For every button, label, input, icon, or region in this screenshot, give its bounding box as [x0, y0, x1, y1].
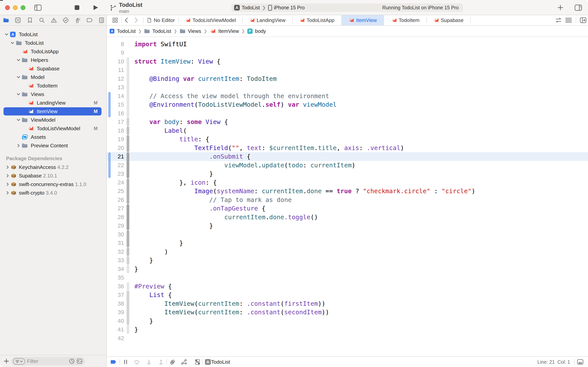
sidebar-item-todolistapp[interactable]: TodoListApp: [0, 47, 107, 56]
recent-files-icon[interactable]: [69, 359, 75, 364]
code-line-17[interactable]: var body: some View {: [134, 118, 228, 126]
code-fold-ribbon[interactable]: [126, 118, 129, 126]
code-fold-ribbon[interactable]: [126, 178, 129, 204]
code-fold-ribbon[interactable]: [126, 247, 129, 256]
disclosure-closed-icon[interactable]: [5, 174, 10, 178]
sidebar-item-model[interactable]: Model: [0, 73, 107, 82]
project-navigator-icon[interactable]: [3, 18, 9, 23]
filter-menu-icon[interactable]: [13, 358, 25, 365]
stop-button[interactable]: [75, 5, 80, 10]
tab-todolistapp[interactable]: TodoListApp: [292, 15, 341, 25]
sidebar-item-preview-content[interactable]: Preview Content: [0, 141, 107, 150]
reports-icon[interactable]: [99, 17, 104, 23]
activity-status-bar[interactable]: A TodoList ❯ iPhone 15 Pro Running TodoL…: [231, 3, 463, 12]
package-item-swift-crypto[interactable]: swift-crypto 3.4.0: [0, 189, 107, 197]
source-changes-icon[interactable]: [15, 17, 21, 23]
code-fold-ribbon[interactable]: [126, 291, 129, 325]
code-line-31[interactable]: }: [134, 239, 183, 247]
zoom-window-button[interactable]: [21, 5, 25, 10]
code-line-27[interactable]: .onTapGesture {: [134, 204, 265, 213]
swap-editor-icon[interactable]: [555, 18, 562, 23]
code-line-41[interactable]: }: [134, 325, 138, 334]
code-line-19[interactable]: title: {: [134, 135, 209, 144]
code-line-20[interactable]: TextField("", text: $currentItem.title, …: [134, 144, 404, 152]
breadcrumb-item-body[interactable]: Pbody: [247, 28, 266, 34]
code-fold-ribbon[interactable]: [126, 135, 129, 152]
sidebar-item-assets[interactable]: Assets: [0, 133, 107, 141]
sidebar-item-todoitem[interactable]: TodoItem: [0, 82, 107, 90]
editor-options-icon[interactable]: [565, 18, 572, 23]
breakpoints-toggle-icon[interactable]: [110, 360, 117, 364]
sidebar-item-helpers[interactable]: Helpers: [0, 56, 107, 64]
bookmarks-icon[interactable]: [28, 17, 32, 23]
toggle-debug-area-icon[interactable]: [577, 359, 583, 365]
code-line-39[interactable]: ItemView(currentItem: .constant(secondIt…: [134, 308, 329, 317]
code-line-18[interactable]: Label(: [134, 126, 187, 135]
breadcrumb-item-itemview[interactable]: ItemView: [210, 28, 239, 34]
tab-itemview[interactable]: ItemView: [341, 15, 384, 25]
disclosure-open-icon[interactable]: [10, 41, 15, 45]
code-line-23[interactable]: }: [134, 169, 213, 178]
code-line-36[interactable]: #Preview {: [134, 282, 172, 291]
sidebar-item-todolistviewmodel[interactable]: TodoListViewModelM: [0, 124, 107, 133]
sidebar-item-supabase[interactable]: Supabase: [0, 64, 107, 73]
sidebar-item-todolist[interactable]: TodoList: [0, 39, 107, 47]
toggle-right-sidebar-icon[interactable]: [575, 5, 582, 11]
tab-supabase[interactable]: Supabase: [427, 15, 470, 25]
code-fold-ribbon[interactable]: [126, 126, 129, 135]
breakpoints-icon[interactable]: [87, 18, 92, 22]
jump-bar[interactable]: ATodoList❯TodoList❯Views❯ItemView❯Pbody: [107, 26, 588, 37]
code-fold-ribbon[interactable]: [126, 230, 129, 247]
toggle-left-sidebar-icon[interactable]: [34, 5, 42, 11]
add-tab-button[interactable]: [557, 5, 563, 10]
code-line-33[interactable]: }: [134, 256, 153, 265]
code-line-40[interactable]: }: [134, 317, 153, 325]
issues-icon[interactable]: [51, 17, 57, 23]
code-line-12[interactable]: @Binding var currentItem: TodoItem: [134, 75, 277, 83]
code-fold-ribbon[interactable]: [126, 204, 129, 230]
tab-todolistviewmodel[interactable]: TodoListViewModel: [178, 15, 242, 25]
code-line-8[interactable]: import SwiftUI: [134, 40, 187, 49]
memory-graph-icon[interactable]: [181, 359, 187, 365]
running-app-label[interactable]: TodoList: [211, 359, 230, 365]
sidebar-item-viewmodel[interactable]: ViewModel: [0, 116, 107, 124]
breadcrumb-item-todolist[interactable]: TodoList: [144, 28, 171, 34]
breadcrumb-item-views[interactable]: Views: [180, 28, 201, 34]
code-line-15[interactable]: @Environment(TodoListViewModel.self) var…: [134, 100, 336, 109]
disclosure-open-icon[interactable]: [16, 75, 21, 79]
disclosure-closed-icon[interactable]: [5, 191, 10, 195]
code-fold-ribbon[interactable]: [126, 325, 129, 334]
view-hierarchy-icon[interactable]: [170, 359, 175, 365]
close-window-button[interactable]: [5, 5, 10, 10]
step-into-icon[interactable]: [147, 359, 151, 365]
minimize-window-button[interactable]: [13, 5, 18, 10]
editor-grid-icon[interactable]: [113, 18, 118, 23]
code-line-37[interactable]: List {: [134, 291, 172, 299]
disclosure-closed-icon[interactable]: [5, 165, 10, 169]
tab-landingview[interactable]: LandingView: [242, 15, 292, 25]
disclosure-closed-icon[interactable]: [5, 182, 10, 186]
code-line-28[interactable]: currentItem.done.toggle(): [134, 213, 318, 222]
disclosure-open-icon[interactable]: [16, 58, 21, 62]
sidebar-item-todolist[interactable]: ATodoList: [0, 30, 107, 39]
code-line-38[interactable]: ItemView(currentItem: .constant(firstIte…: [134, 299, 326, 308]
code-line-14[interactable]: // Access the view model through the env…: [134, 92, 329, 100]
source-editor[interactable]: 78import SwiftUI910struct ItemView: View…: [107, 37, 588, 356]
filter-field[interactable]: Filter: [11, 357, 85, 365]
step-out-icon[interactable]: [159, 359, 163, 365]
code-fold-ribbon[interactable]: [126, 152, 129, 178]
code-line-22[interactable]: viewModel.update(todo: currentItem): [134, 161, 355, 170]
tests-icon[interactable]: [63, 17, 69, 23]
code-line-10[interactable]: struct ItemView: View {: [134, 57, 220, 66]
sidebar-item-views[interactable]: Views: [0, 90, 107, 99]
run-button[interactable]: [93, 5, 98, 10]
pause-execution-icon[interactable]: [124, 359, 127, 365]
sidebar-item-itemview[interactable]: ItemViewM: [0, 107, 107, 116]
code-fold-ribbon[interactable]: [126, 57, 129, 118]
code-line-25[interactable]: Image(systemName: currentItem.done == tr…: [134, 187, 475, 196]
debug-icon[interactable]: [75, 17, 81, 23]
breadcrumb-item-todolist[interactable]: ATodoList: [109, 28, 136, 34]
package-item-swift-concurrency-extras[interactable]: swift-concurrency-extras 1.1.0: [0, 180, 107, 189]
add-item-button[interactable]: [4, 359, 9, 364]
add-editor-icon[interactable]: [580, 17, 587, 23]
